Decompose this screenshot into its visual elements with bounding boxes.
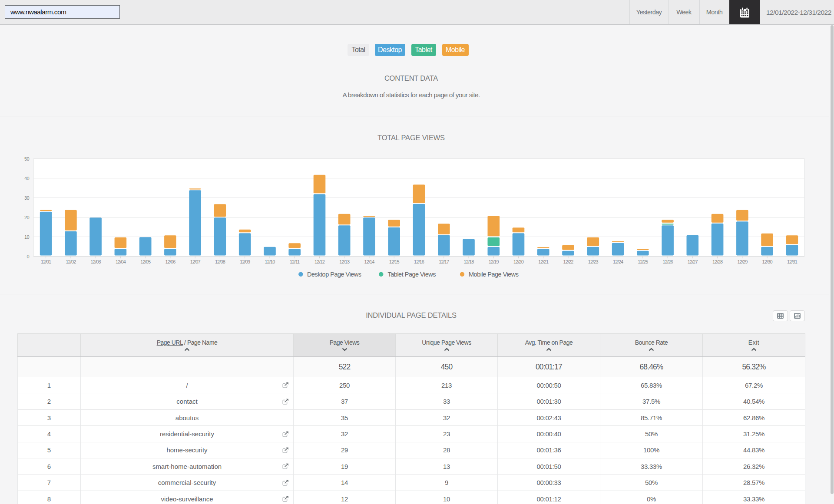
- svg-text:12/16: 12/16: [414, 259, 424, 264]
- svg-text:12/29: 12/29: [737, 259, 748, 264]
- svg-text:30: 30: [24, 195, 30, 201]
- svg-text:Mobile Page Views: Mobile Page Views: [469, 271, 519, 278]
- svg-text:12/15: 12/15: [389, 259, 400, 264]
- svg-text:20: 20: [24, 215, 30, 220]
- svg-text:10: 10: [24, 234, 30, 240]
- svg-text:40: 40: [24, 176, 30, 181]
- svg-text:12/26: 12/26: [663, 259, 673, 264]
- svg-text:12/04: 12/04: [116, 259, 126, 264]
- svg-text:Desktop Page Views: Desktop Page Views: [307, 271, 361, 278]
- svg-text:12/28: 12/28: [712, 259, 723, 264]
- svg-text:12/09: 12/09: [240, 259, 250, 264]
- svg-text:12/20: 12/20: [513, 259, 524, 264]
- svg-text:12/07: 12/07: [190, 259, 201, 264]
- svg-text:12/25: 12/25: [638, 259, 648, 264]
- svg-text:12/19: 12/19: [489, 259, 499, 264]
- svg-text:12/24: 12/24: [613, 259, 623, 264]
- svg-text:12/13: 12/13: [339, 259, 350, 264]
- svg-text:12/11: 12/11: [290, 259, 300, 264]
- svg-text:12/03: 12/03: [91, 259, 101, 264]
- svg-text:12/14: 12/14: [364, 259, 374, 264]
- svg-text:12/10: 12/10: [265, 259, 275, 264]
- svg-text:12/23: 12/23: [588, 259, 599, 264]
- svg-text:12/06: 12/06: [165, 259, 175, 264]
- svg-text:50: 50: [24, 156, 30, 161]
- svg-text:12/27: 12/27: [688, 259, 698, 264]
- svg-text:0: 0: [26, 254, 29, 259]
- svg-text:12/30: 12/30: [762, 259, 773, 264]
- svg-text:12/02: 12/02: [66, 259, 76, 264]
- svg-text:12/18: 12/18: [463, 259, 474, 264]
- svg-text:12/21: 12/21: [538, 259, 549, 264]
- svg-text:12/31: 12/31: [787, 259, 798, 264]
- svg-text:12/12: 12/12: [314, 259, 325, 264]
- svg-text:12/05: 12/05: [140, 259, 151, 264]
- svg-text:12/01: 12/01: [41, 259, 51, 264]
- svg-text:12/17: 12/17: [439, 259, 449, 264]
- svg-text:12/08: 12/08: [215, 259, 225, 264]
- svg-text:12/22: 12/22: [563, 259, 573, 264]
- svg-text:Tablet Page Views: Tablet Page Views: [388, 271, 436, 278]
